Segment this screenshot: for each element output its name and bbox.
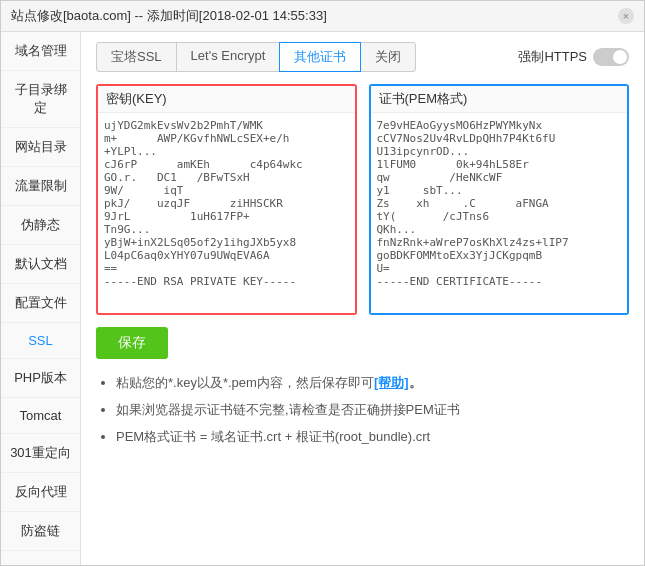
cert-textarea[interactable] [371,113,628,313]
help-link[interactable]: [帮助] [374,375,409,390]
close-icon: × [623,10,629,22]
sidebar-item-pseudo[interactable]: 伪静态 [1,206,80,245]
cert-panel: 证书(PEM格式) [369,84,630,315]
save-button[interactable]: 保存 [96,327,168,359]
cert-panels: 密钥(KEY) 证书(PEM格式) [96,84,629,315]
close-button[interactable]: × [618,8,634,24]
main-panel: 宝塔SSLLet's Encrypt其他证书关闭 强制HTTPS 密钥(KEY)… [81,32,644,565]
cert-panel-header: 证书(PEM格式) [371,86,628,113]
sidebar-item-default[interactable]: 默认文档 [1,245,80,284]
tab-letsencrypt[interactable]: Let's Encrypt [176,42,281,72]
https-toggle-label: 强制HTTPS [518,48,587,66]
content-area: 域名管理子目录绑定网站目录流量限制伪静态默认文档配置文件SSLPHP版本Tomc… [1,32,644,565]
sidebar-item-traffic[interactable]: 流量限制 [1,167,80,206]
sidebar-item-proxy[interactable]: 反向代理 [1,473,80,512]
tab-other[interactable]: 其他证书 [279,42,361,72]
note-note1: 粘贴您的*.key以及*.pem内容，然后保存即可[帮助]。 [116,373,629,394]
https-toggle-switch[interactable] [593,48,629,66]
tab-group: 宝塔SSLLet's Encrypt其他证书关闭 [96,42,416,72]
note-note3: PEM格式证书 = 域名证书.crt + 根证书(root_bundle).cr… [116,427,629,448]
sidebar-item-php[interactable]: PHP版本 [1,359,80,398]
window-title: 站点修改[baota.com] -- 添加时间[2018-02-01 14:55… [11,7,327,25]
https-toggle-row: 强制HTTPS [518,48,629,66]
tabs-row: 宝塔SSLLet's Encrypt其他证书关闭 强制HTTPS [96,42,629,72]
sidebar-item-subdomain[interactable]: 子目录绑定 [1,71,80,128]
key-textarea[interactable] [98,113,355,313]
title-bar: 站点修改[baota.com] -- 添加时间[2018-02-01 14:55… [1,1,644,32]
sidebar-item-redirect[interactable]: 301重定向 [1,434,80,473]
sidebar-item-config[interactable]: 配置文件 [1,284,80,323]
key-panel-header: 密钥(KEY) [98,86,355,113]
main-window: 站点修改[baota.com] -- 添加时间[2018-02-01 14:55… [0,0,645,566]
sidebar-item-hotlink[interactable]: 防盗链 [1,512,80,551]
sidebar-item-ssl[interactable]: SSL [1,323,80,359]
sidebar: 域名管理子目录绑定网站目录流量限制伪静态默认文档配置文件SSLPHP版本Tomc… [1,32,81,565]
sidebar-item-site[interactable]: 网站目录 [1,128,80,167]
key-panel: 密钥(KEY) [96,84,357,315]
tab-close[interactable]: 关闭 [360,42,416,72]
sidebar-item-domain[interactable]: 域名管理 [1,32,80,71]
notes-list: 粘贴您的*.key以及*.pem内容，然后保存即可[帮助]。如果浏览器提示证书链… [96,373,629,447]
sidebar-item-tomcat[interactable]: Tomcat [1,398,80,434]
tab-baota[interactable]: 宝塔SSL [96,42,177,72]
note-note2: 如果浏览器提示证书链不完整,请检查是否正确拼接PEM证书 [116,400,629,421]
